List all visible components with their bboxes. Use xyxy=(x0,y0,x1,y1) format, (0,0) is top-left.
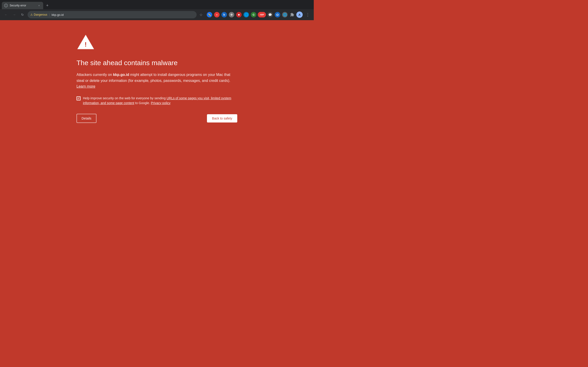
warning-icon-wrap: ! xyxy=(77,34,237,51)
avatar: A xyxy=(296,11,303,18)
tab-favicon-icon xyxy=(4,4,8,7)
extensions-puzzle-icon[interactable] xyxy=(289,11,295,18)
warning-triangle-icon: ⚠ xyxy=(30,13,33,16)
address-bar-input[interactable]: ⚠ Dangerous | kkp.go.id xyxy=(27,11,197,18)
reporting-checkbox[interactable]: ✓ xyxy=(77,96,81,100)
svg-point-2 xyxy=(6,6,6,7)
bookmark-icon[interactable]: ☆ xyxy=(199,12,204,18)
learn-more-link[interactable]: Learn more xyxy=(77,84,95,88)
green-g-ext-icon[interactable]: G xyxy=(250,11,257,18)
back-to-safety-button[interactable]: Back to safety xyxy=(207,114,237,123)
details-button[interactable]: Details xyxy=(77,114,96,123)
browser-frame: Security error × + ← → ↻ ⚠ Dangerous | k… xyxy=(0,0,314,197)
dangerous-site-name: kkp.go.id xyxy=(113,73,129,77)
tab-bar: Security error × + xyxy=(0,0,314,9)
tab-close-button[interactable]: × xyxy=(37,4,41,7)
extension-toolbar: ✏️ ≡ b ⚙ ● 🌐 G xyxy=(206,11,303,18)
checkbox-text-1: Help improve security on the web for eve… xyxy=(83,96,166,100)
edit-ext-icon[interactable]: ✏️ xyxy=(206,11,213,18)
abp-ext-icon[interactable]: ABP xyxy=(258,11,266,18)
user-avatar-icon[interactable]: A xyxy=(296,11,303,18)
red-dot-ext-icon[interactable]: ● xyxy=(236,11,242,18)
office-ext-icon[interactable]: O xyxy=(274,11,281,18)
warning-heading: The site ahead contains malware xyxy=(77,58,237,67)
malware-warning-icon: ! xyxy=(77,34,95,50)
forward-button[interactable]: → xyxy=(11,11,17,18)
reload-button[interactable]: ↻ xyxy=(19,11,26,18)
url-separator: | xyxy=(49,13,50,16)
page-content: ! The site ahead contains malware Attack… xyxy=(0,20,314,197)
active-tab[interactable]: Security error × xyxy=(2,2,43,9)
chat-ext-icon[interactable]: 💬 xyxy=(267,11,273,18)
privacy-policy-link[interactable]: Privacy policy xyxy=(151,101,171,105)
checkbox-label: Help improve security on the web for eve… xyxy=(83,96,237,106)
globe-gray-ext-icon[interactable]: 🌐 xyxy=(282,11,288,18)
checkmark-icon: ✓ xyxy=(78,97,80,100)
svg-text:!: ! xyxy=(85,41,86,48)
reporting-checkbox-row: ✓ Help improve security on the web for e… xyxy=(77,96,237,106)
action-buttons-row: Details Back to safety xyxy=(77,114,237,123)
globe-blue-ext-icon[interactable]: 🌐 xyxy=(243,11,250,18)
body-text-1: Attackers currently on xyxy=(77,73,113,77)
address-bar: ← → ↻ ⚠ Dangerous | kkp.go.id ☆ ✏️ ≡ b xyxy=(0,9,314,20)
chrome-menu-button[interactable]: ⋮ xyxy=(304,11,311,18)
tab-title: Security error xyxy=(10,4,35,7)
new-tab-button[interactable]: + xyxy=(44,2,51,9)
url-display: kkp.go.id xyxy=(52,13,194,17)
warning-body: Attackers currently on kkp.go.id might a… xyxy=(77,72,237,90)
stack-ext-icon[interactable]: ≡ xyxy=(214,11,220,18)
warning-container: ! The site ahead contains malware Attack… xyxy=(77,34,237,123)
dangerous-badge: ⚠ Dangerous xyxy=(30,13,47,16)
blue-ext-icon[interactable]: b xyxy=(221,11,227,18)
checkbox-text-2: to Google. xyxy=(134,101,150,105)
settings-ext-icon[interactable]: ⚙ xyxy=(228,11,235,18)
back-button[interactable]: ← xyxy=(3,11,9,18)
dangerous-label: Dangerous xyxy=(34,13,47,16)
